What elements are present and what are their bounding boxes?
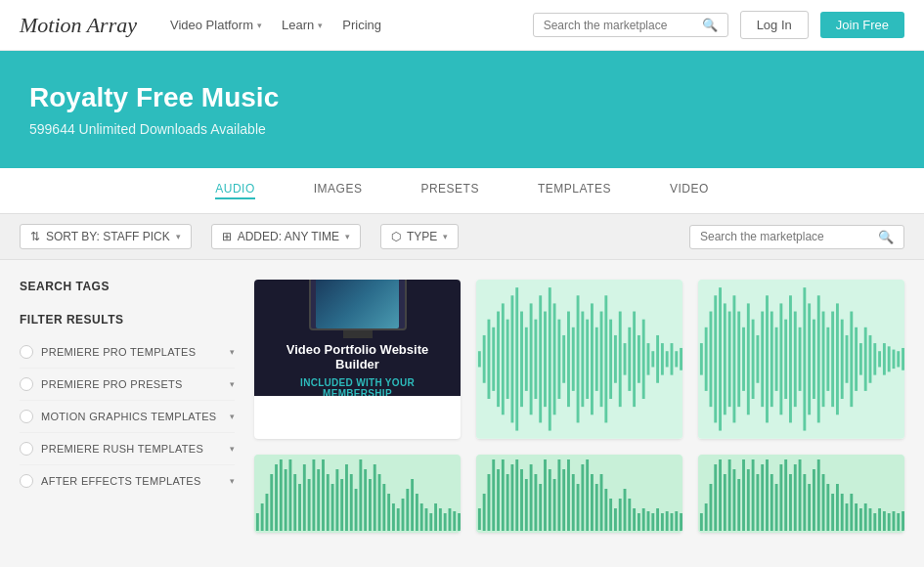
svg-rect-74 — [831, 312, 834, 408]
added-button[interactable]: ⊞ ADDED: ANY TIME ▾ — [211, 224, 361, 249]
svg-rect-12 — [530, 303, 533, 414]
header-search-bar[interactable]: 🔍 — [533, 13, 728, 37]
chevron-down-icon: ▾ — [443, 232, 448, 241]
svg-rect-113 — [359, 459, 362, 531]
filter-radio-icon — [20, 345, 33, 359]
svg-rect-14 — [539, 295, 542, 422]
filter-after-effects-templates[interactable]: AFTER EFFECTS TEMPLATES ▾ — [20, 465, 235, 497]
svg-rect-53 — [732, 295, 735, 422]
svg-rect-81 — [864, 327, 867, 391]
svg-rect-137 — [483, 494, 486, 531]
svg-rect-33 — [628, 327, 631, 391]
svg-rect-110 — [345, 464, 348, 531]
svg-rect-159 — [586, 459, 589, 531]
svg-rect-173 — [651, 513, 654, 531]
join-button[interactable]: Join Free — [820, 12, 904, 38]
svg-rect-95 — [275, 464, 278, 531]
filter-premiere-pro-templates[interactable]: PREMIERE PRO TEMPLATES ▾ — [20, 336, 235, 369]
svg-rect-37 — [647, 343, 650, 375]
filter-label: PREMIERE PRO PRESETS — [41, 378, 222, 390]
svg-rect-185 — [719, 459, 722, 531]
cat-nav-audio[interactable]: AUDIO — [215, 182, 255, 199]
chevron-down-icon: ▾ — [230, 444, 235, 454]
svg-rect-153 — [557, 459, 560, 531]
filter-label: AFTER EFFECTS TEMPLATES — [41, 475, 222, 487]
hero-subtitle: 599644 Unlimited Downloads Available — [29, 121, 895, 137]
nav-video-platform[interactable]: Video Platform ▾ — [170, 18, 262, 32]
cat-nav-presets[interactable]: PRESETS — [420, 182, 479, 199]
svg-rect-106 — [327, 474, 330, 531]
cat-nav-video[interactable]: VIDEO — [670, 182, 709, 199]
svg-rect-145 — [520, 469, 523, 531]
tag-icon: ⬡ — [391, 230, 401, 243]
search-tags-title: SEARCH TAGS — [20, 280, 235, 293]
filter-premiere-rush-templates[interactable]: PREMIERE RUSH TEMPLATES ▾ — [20, 433, 235, 465]
svg-rect-97 — [285, 469, 287, 531]
svg-rect-28 — [604, 295, 607, 422]
svg-rect-128 — [429, 513, 432, 531]
svg-rect-93 — [266, 494, 269, 531]
svg-rect-15 — [544, 312, 547, 408]
svg-rect-59 — [761, 312, 764, 408]
promo-subtitle: INCLUDED WITH YOUR MEMBERSHIP — [274, 377, 441, 395]
svg-rect-178 — [675, 511, 678, 531]
chevron-down-icon: ▾ — [230, 412, 235, 421]
svg-rect-221 — [888, 513, 891, 531]
cat-nav-templates[interactable]: TEMPLATES — [538, 182, 611, 199]
filter-search-input[interactable] — [700, 230, 872, 243]
chevron-down-icon: ▾ — [176, 232, 181, 241]
svg-rect-139 — [492, 459, 495, 531]
added-label: ADDED: ANY TIME — [238, 230, 339, 243]
logo[interactable]: Motion Array — [20, 13, 137, 38]
svg-rect-165 — [614, 508, 617, 531]
card-silver-and-gold: Silver And Gold MUSIC ▶ ⬇ — [476, 280, 682, 439]
svg-rect-212 — [846, 503, 849, 531]
svg-rect-187 — [728, 459, 731, 531]
svg-rect-143 — [510, 464, 513, 531]
svg-rect-190 — [742, 459, 745, 531]
svg-rect-156 — [572, 474, 575, 531]
nav-learn[interactable]: Learn ▾ — [282, 18, 323, 32]
header-search-input[interactable] — [544, 19, 696, 32]
svg-rect-68 — [803, 287, 806, 430]
sort-label: SORT BY: STAFF PICK — [46, 230, 170, 243]
cat-nav-images[interactable]: IMAGES — [314, 182, 363, 199]
card-thumb-green-3 — [698, 455, 904, 533]
sort-button[interactable]: ⇅ SORT BY: STAFF PICK ▾ — [20, 224, 192, 249]
svg-rect-195 — [766, 459, 769, 531]
login-button[interactable]: Log In — [740, 11, 809, 39]
svg-rect-39 — [656, 335, 659, 383]
waveform-svg2 — [698, 280, 904, 439]
svg-rect-191 — [747, 469, 750, 531]
svg-rect-38 — [651, 351, 654, 367]
nav-pricing[interactable]: Pricing — [342, 18, 381, 32]
svg-rect-108 — [335, 469, 338, 531]
svg-rect-170 — [638, 513, 640, 531]
svg-rect-119 — [387, 494, 390, 531]
svg-rect-71 — [817, 295, 820, 422]
filter-premiere-pro-presets[interactable]: PREMIERE PRO PRESETS ▾ — [20, 369, 235, 401]
waveform-svg-bottom1 — [254, 455, 461, 533]
svg-rect-115 — [369, 479, 372, 531]
promo-card[interactable]: Video Portfolio Website Builder INCLUDED… — [254, 280, 461, 439]
svg-rect-154 — [562, 469, 565, 531]
svg-rect-80 — [859, 343, 862, 375]
waveform-svg — [476, 280, 682, 439]
svg-rect-70 — [813, 320, 815, 399]
svg-rect-171 — [642, 508, 645, 531]
svg-rect-18 — [557, 320, 560, 399]
svg-rect-163 — [604, 489, 607, 531]
svg-rect-132 — [449, 508, 452, 531]
svg-rect-174 — [656, 508, 659, 531]
svg-rect-63 — [779, 303, 782, 414]
svg-rect-136 — [478, 508, 481, 530]
svg-rect-218 — [873, 513, 876, 531]
svg-rect-182 — [705, 503, 708, 531]
card-bottom-1 — [254, 455, 461, 533]
svg-rect-123 — [406, 489, 409, 531]
filter-motion-graphics-templates[interactable]: MOTION GRAPHICS TEMPLATES ▾ — [20, 401, 235, 433]
svg-rect-30 — [614, 335, 617, 383]
filter-search-bar[interactable]: 🔍 — [689, 225, 904, 249]
type-button[interactable]: ⬡ TYPE ▾ — [380, 224, 459, 249]
svg-rect-172 — [647, 511, 650, 531]
